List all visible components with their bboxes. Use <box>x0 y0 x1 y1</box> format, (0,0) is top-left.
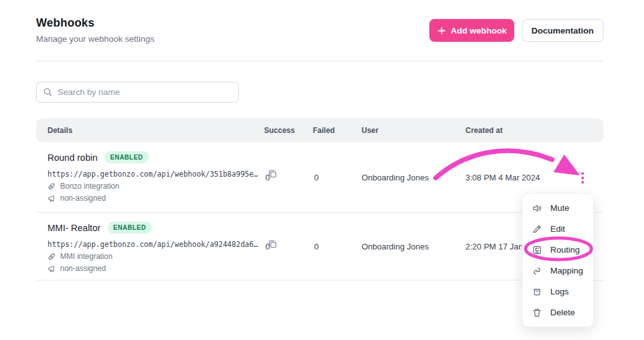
column-header-details: Details <box>47 118 72 142</box>
assignment-line: non-assigned <box>47 194 277 203</box>
menu-item-mapping[interactable]: Mapping <box>522 260 593 281</box>
table-header: Details Success Failed User Created at <box>36 118 603 142</box>
column-header-created-at: Created at <box>465 118 503 142</box>
user-name: Onboarding Jones <box>362 242 429 251</box>
status-badge: ENABLED <box>108 222 152 234</box>
failed-count: 0 <box>314 242 319 251</box>
table-row: MMI- Realtor ENABLED https://app.getbonz… <box>36 213 603 280</box>
assignment-label: non-assigned <box>60 264 106 273</box>
menu-item-mute[interactable]: Mute <box>522 198 593 218</box>
status-badge: ENABLED <box>104 151 149 163</box>
integration-line: Bonzo integration <box>47 182 277 191</box>
row-actions-kebab-icon[interactable] <box>575 168 590 187</box>
created-at: 3:08 PM 4 Mar 2024 <box>465 173 540 182</box>
pencil-icon <box>532 224 542 234</box>
documentation-label: Documentation <box>531 26 593 35</box>
search-box[interactable] <box>36 82 239 103</box>
webhook-url: https://app.getbonzo.com/api/webhook/351… <box>47 170 258 179</box>
documentation-button[interactable]: Documentation <box>522 19 603 42</box>
created-at: 2:20 PM 17 Jan <box>465 242 523 251</box>
user-name: Onboarding Jones <box>362 173 429 182</box>
integration-label: Bonzo integration <box>60 182 119 191</box>
menu-item-delete[interactable]: Delete <box>522 302 593 323</box>
menu-item-edit[interactable]: Edit <box>522 218 593 239</box>
speaker-icon <box>532 203 542 213</box>
mapping-icon <box>532 266 542 276</box>
plug-icon <box>47 182 56 191</box>
megaphone-icon <box>47 194 56 203</box>
menu-item-logs[interactable]: Logs <box>522 281 593 302</box>
integration-line: MMI integration <box>47 252 277 261</box>
search-icon <box>43 87 53 97</box>
menu-item-label: Edit <box>550 224 565 234</box>
failed-count: 0 <box>314 173 319 182</box>
add-webhook-button[interactable]: Add webhook <box>429 19 514 42</box>
header-divider <box>36 61 603 61</box>
webhook-name: MMI- Realtor <box>47 223 101 233</box>
success-count: 0 <box>265 173 270 182</box>
megaphone-icon <box>47 265 56 273</box>
search-input[interactable] <box>58 87 232 97</box>
menu-item-routing[interactable]: Routing <box>522 239 593 260</box>
menu-item-label: Routing <box>550 245 580 255</box>
webhook-details: Round robin ENABLED https://app.getbonzo… <box>47 151 277 203</box>
webhooks-table: Details Success Failed User Created at R… <box>36 118 603 280</box>
row-actions-menu: Mute Edit Routing Mapping Logs <box>522 193 594 327</box>
column-header-user: User <box>362 118 379 142</box>
table-row: Round robin ENABLED https://app.getbonzo… <box>36 142 603 213</box>
menu-item-label: Delete <box>550 308 575 317</box>
trash-icon <box>532 308 542 318</box>
plus-icon <box>437 26 446 35</box>
logs-icon <box>532 287 542 297</box>
webhook-url: https://app.getbonzo.com/api/webhook/a92… <box>47 240 258 249</box>
assignment-label: non-assigned <box>60 194 106 203</box>
success-count: 0 <box>265 242 270 251</box>
integration-label: MMI integration <box>60 252 113 261</box>
page-title: Webhooks <box>36 16 94 30</box>
page-subtitle: Manage your webhook settings <box>36 34 155 44</box>
routing-icon <box>532 245 542 255</box>
add-webhook-label: Add webhook <box>451 26 507 35</box>
plug-icon <box>47 253 56 261</box>
column-header-success: Success <box>264 118 295 142</box>
webhook-name: Round robin <box>47 153 98 163</box>
menu-item-label: Mute <box>550 203 569 213</box>
webhook-details: MMI- Realtor ENABLED https://app.getbonz… <box>47 222 277 273</box>
menu-item-label: Mapping <box>550 266 583 275</box>
menu-item-label: Logs <box>550 287 569 296</box>
column-header-failed: Failed <box>313 118 335 142</box>
webhooks-page: Webhooks Manage your webhook settings Ad… <box>0 0 644 340</box>
assignment-line: non-assigned <box>47 264 277 273</box>
